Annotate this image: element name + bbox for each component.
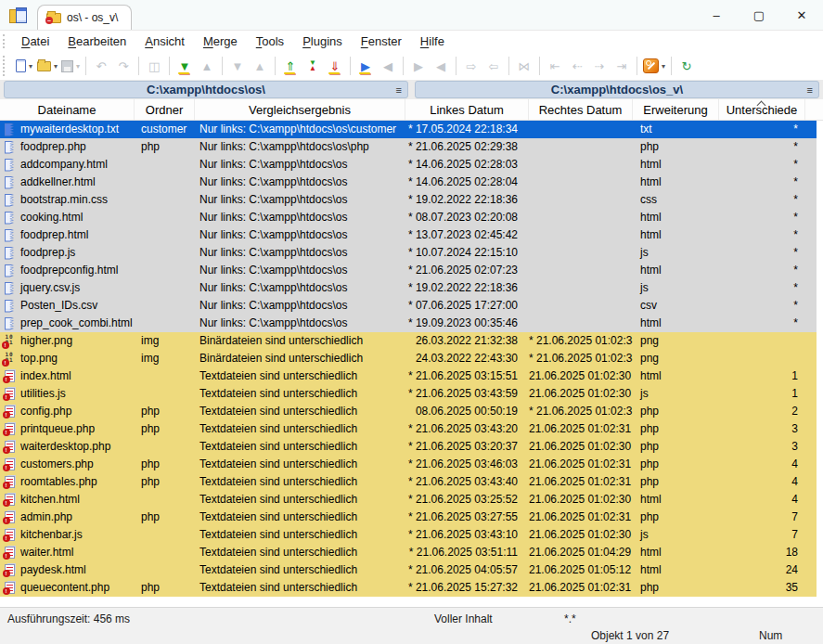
redo-icon: ↷ bbox=[119, 60, 129, 72]
select-diffs-mid-button[interactable]: ▼▲ bbox=[302, 55, 324, 77]
options-button[interactable]: ▾ bbox=[641, 55, 667, 77]
table-row[interactable]: top.pngimgBinärdateien sind unterschiedl… bbox=[0, 350, 817, 367]
menu-bearbeiten[interactable]: Bearbeiten bbox=[59, 32, 135, 50]
table-row[interactable]: Posten_IDs.csvNur links: C:\xampp\htdocs… bbox=[0, 297, 817, 315]
next-item-button[interactable]: ⇢ bbox=[588, 55, 611, 77]
table-row[interactable]: roomtables.phpphpTextdateien sind unters… bbox=[0, 473, 817, 491]
table-row[interactable]: queuecontent.phpphpTextdateien sind unte… bbox=[0, 579, 817, 597]
table-row[interactable]: index.htmlTextdateien sind unterschiedli… bbox=[0, 367, 817, 385]
table-row[interactable]: kitchenbar.jsTextdateien sind unterschie… bbox=[0, 526, 817, 544]
dropdown-caret-icon[interactable]: ▾ bbox=[29, 62, 32, 71]
table-row[interactable]: config.phpphpTextdateien sind unterschie… bbox=[0, 403, 817, 420]
menu-fenster[interactable]: Fenster bbox=[353, 32, 410, 50]
table-row[interactable]: mywaiterdesktop.txtcustomerNur links: C:… bbox=[0, 121, 817, 138]
right-date-cell: 21.06.2025 01:02:30 bbox=[529, 491, 633, 509]
table-row[interactable]: foodprep.jsNur links: C:\xampp\htdocs\os… bbox=[0, 244, 817, 262]
menu-ansicht[interactable]: Ansicht bbox=[136, 32, 193, 50]
right-date-cell: 21.06.2025 01:02:30 bbox=[529, 385, 633, 403]
open-button[interactable]: ▾ bbox=[35, 55, 59, 77]
select-diffs-up-button[interactable]: ⇑ bbox=[279, 55, 302, 77]
refresh-button[interactable]: ↻ bbox=[675, 55, 698, 77]
prev-diff-button[interactable]: ◀ bbox=[377, 55, 399, 77]
file-compare-list: mywaiterdesktop.txtcustomerNur links: C:… bbox=[0, 121, 817, 597]
copy-right-button[interactable]: ▼ bbox=[174, 55, 196, 77]
table-row[interactable]: foodprep.phpphpNur links: C:\xampp\htdoc… bbox=[0, 138, 817, 156]
open-right-button[interactable]: ⇨ bbox=[460, 55, 482, 77]
redo-button[interactable]: ↷ bbox=[112, 55, 135, 77]
left-date-cell: * 13.07.2023 02:45:42 bbox=[405, 226, 529, 244]
table-row[interactable]: cooking.htmlNur links: C:\xampp\htdocs\o… bbox=[0, 209, 817, 226]
menu-datei[interactable]: Datei bbox=[13, 32, 58, 50]
new-button[interactable]: ▾ bbox=[13, 55, 35, 77]
last-item-button[interactable]: ⇥ bbox=[611, 55, 633, 77]
prev-item-button[interactable]: ⇠ bbox=[566, 55, 588, 77]
table-row[interactable]: customers.phpphpTextdateien sind untersc… bbox=[0, 456, 817, 473]
file-name-cell: index.html bbox=[19, 367, 135, 385]
copy-right-advance-button[interactable]: ▶ bbox=[407, 55, 430, 77]
column-header-dateiname[interactable]: Dateiname bbox=[0, 99, 135, 120]
copy-left-advance-button[interactable]: ◀ bbox=[430, 55, 452, 77]
maximize-button[interactable]: ▢ bbox=[738, 0, 780, 30]
menu-tools[interactable]: Tools bbox=[248, 32, 292, 50]
table-row[interactable]: waiterdesktop.phpTextdateien sind unters… bbox=[0, 438, 817, 456]
table-row[interactable]: higher.pngimgBinärdateien sind unterschi… bbox=[0, 332, 817, 350]
right-date-cell bbox=[529, 121, 633, 138]
compare-tab[interactable]: os\ - os_v\ bbox=[37, 5, 132, 30]
right-path-menu-icon[interactable]: ≡ bbox=[807, 84, 813, 96]
table-row[interactable]: addcompany.htmlNur links: C:\xampp\htdoc… bbox=[0, 156, 817, 174]
table-row[interactable]: kitchen.htmlTextdateien sind unterschied… bbox=[0, 491, 817, 509]
dropdown-caret-icon[interactable]: ▾ bbox=[76, 62, 80, 71]
extension-cell: js bbox=[633, 385, 719, 403]
minimize-button[interactable]: – bbox=[695, 0, 738, 30]
file-name-cell: mywaiterdesktop.txt bbox=[19, 121, 135, 138]
menu-plugins[interactable]: Plugins bbox=[294, 32, 351, 50]
open-left-button[interactable]: ⇦ bbox=[482, 55, 505, 77]
column-header-erweiterung[interactable]: Erweiterung bbox=[633, 99, 719, 120]
move-right-button[interactable]: ▼ bbox=[226, 55, 249, 77]
table-row[interactable]: foodprepconfig.htmlNur links: C:\xampp\h… bbox=[0, 262, 817, 279]
save-button[interactable]: ▾ bbox=[59, 55, 82, 77]
table-row[interactable]: waiter.htmlTextdateien sind unterschiedl… bbox=[0, 544, 817, 561]
copy-left-button[interactable]: ▲ bbox=[196, 55, 218, 77]
table-row[interactable]: utilities.jsTextdateien sind unterschied… bbox=[0, 385, 817, 403]
table-row[interactable]: admin.phpphpTextdateien sind unterschied… bbox=[0, 509, 817, 526]
table-row[interactable]: paydesk.htmlTextdateien sind unterschied… bbox=[0, 561, 817, 579]
result-cell: Textdateien sind unterschiedlich bbox=[195, 544, 405, 561]
first-item-button[interactable]: ⇤ bbox=[544, 55, 566, 77]
column-header-rechtes-datum[interactable]: Rechtes Datum bbox=[529, 99, 633, 120]
column-header-unterschiede[interactable]: Unterschiede bbox=[719, 99, 805, 120]
folder-cell bbox=[135, 385, 195, 403]
left-path-menu-icon[interactable]: ≡ bbox=[396, 84, 402, 96]
menu-hilfe[interactable]: Hilfe bbox=[412, 32, 453, 50]
prev-diff-icon: ◀ bbox=[383, 60, 392, 72]
table-row[interactable]: prep_cook_combi.htmlNur links: C:\xampp\… bbox=[0, 315, 817, 332]
select-diffs-down-button[interactable]: ⇓ bbox=[324, 55, 346, 77]
dropdown-caret-icon[interactable]: ▾ bbox=[662, 62, 665, 71]
next-diff-button[interactable]: ▶ bbox=[354, 55, 377, 77]
view-split-button[interactable]: ◫ bbox=[143, 55, 165, 77]
close-button[interactable]: ✕ bbox=[780, 0, 823, 30]
toolbar-separator bbox=[539, 57, 540, 75]
folder-cell bbox=[135, 561, 195, 579]
folder-cell: php bbox=[135, 420, 195, 438]
diff-count-cell: 2 bbox=[719, 403, 805, 420]
table-row[interactable]: foodprep.htmlNur links: C:\xampp\htdocs\… bbox=[0, 226, 817, 244]
right-path-header[interactable]: C:\xampp\htdocs\os_v\ ≡ bbox=[415, 81, 819, 98]
title-bar: os\ - os_v\ – ▢ ✕ bbox=[0, 0, 823, 30]
menu-merge[interactable]: Merge bbox=[195, 32, 246, 50]
undo-button[interactable]: ↶ bbox=[90, 55, 112, 77]
table-row[interactable]: addkellner.htmlNur links: C:\xampp\htdoc… bbox=[0, 174, 817, 191]
column-header-ordner[interactable]: Ordner bbox=[135, 99, 195, 120]
left-only-file-icon bbox=[5, 123, 14, 136]
folder-cell: php bbox=[135, 579, 195, 597]
column-header-vergleichsergebnis[interactable]: Vergleichsergebnis bbox=[195, 99, 405, 120]
dropdown-caret-icon[interactable]: ▾ bbox=[54, 62, 58, 71]
move-left-button[interactable]: ▲ bbox=[249, 55, 271, 77]
file-name-cell: foodprep.js bbox=[19, 244, 135, 262]
table-row[interactable]: printqueue.phpphpTextdateien sind unters… bbox=[0, 420, 817, 438]
table-row[interactable]: bootstrap.min.cssNur links: C:\xampp\htd… bbox=[0, 191, 817, 209]
swap-panes-button[interactable]: ⋈ bbox=[513, 55, 535, 77]
table-row[interactable]: jquery.csv.jsNur links: C:\xampp\htdocs\… bbox=[0, 279, 817, 297]
left-path-header[interactable]: C:\xampp\htdocs\os\ ≡ bbox=[4, 81, 408, 98]
column-header-linkes-datum[interactable]: Linkes Datum bbox=[405, 99, 529, 120]
